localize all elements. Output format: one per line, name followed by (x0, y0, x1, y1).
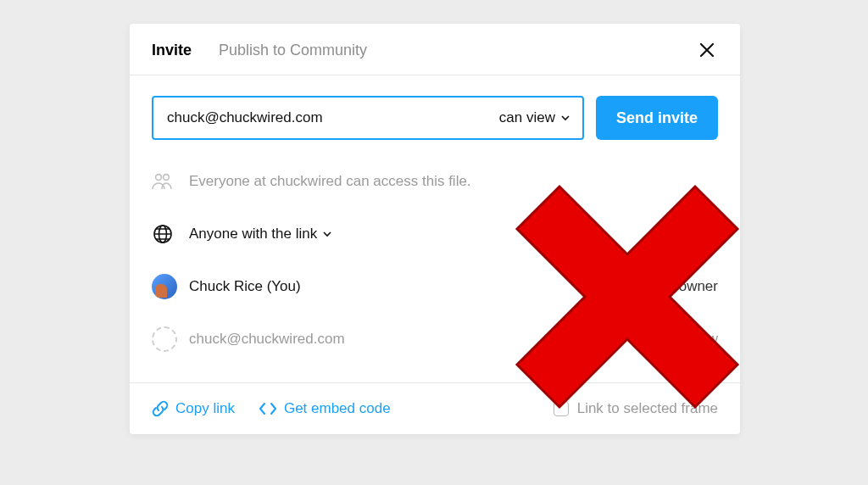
pending-avatar-icon (152, 326, 177, 352)
code-icon (259, 400, 277, 417)
link-to-frame-toggle[interactable]: Link to selected frame (554, 400, 718, 417)
tab-publish[interactable]: Publish to Community (219, 42, 367, 59)
invite-bar: can view Send invite (130, 75, 740, 155)
close-icon (698, 42, 715, 59)
avatar (152, 274, 177, 299)
pending-role[interactable]: can view (662, 331, 718, 348)
dialog-footer: Copy link Get embed code Link to selecte… (130, 382, 740, 434)
org-access-text: Everyone at chuckwired can access this f… (189, 173, 471, 190)
pending-email: chuck@chuckwired.com (189, 331, 345, 348)
svg-point-1 (164, 175, 170, 181)
tab-invite[interactable]: Invite (152, 42, 192, 59)
email-combo[interactable]: can view (152, 96, 584, 140)
link-scope-row: Anyone with the link can view (152, 208, 718, 260)
link-scope-select[interactable]: Anyone with the link (189, 226, 332, 242)
copy-link-label: Copy link (175, 400, 235, 417)
permission-select[interactable]: can view (499, 109, 570, 126)
copy-link-button[interactable]: Copy link (152, 400, 235, 417)
owner-role: owner (679, 278, 718, 295)
checkbox-icon (554, 401, 569, 416)
link-scope-label: Anyone with the link (189, 226, 317, 242)
globe-icon (152, 223, 174, 245)
share-list: Everyone at chuckwired can access this f… (130, 155, 740, 382)
owner-name: Chuck Rice (You) (189, 278, 301, 295)
svg-point-0 (156, 175, 162, 181)
chevron-down-icon (560, 113, 570, 123)
link-scope-permission[interactable]: can view (662, 226, 718, 242)
link-icon (152, 400, 169, 417)
tabs-row: Invite Publish to Community (130, 24, 740, 75)
embed-code-button[interactable]: Get embed code (259, 400, 391, 417)
permission-label: can view (499, 109, 555, 126)
chevron-down-icon (322, 229, 332, 239)
email-input[interactable] (167, 109, 499, 126)
send-invite-button[interactable]: Send invite (596, 96, 718, 140)
close-button[interactable] (696, 39, 718, 61)
share-dialog: Invite Publish to Community can view Sen… (130, 24, 740, 434)
link-to-frame-label: Link to selected frame (577, 400, 718, 417)
people-icon (152, 172, 174, 191)
owner-row: Chuck Rice (You) owner (152, 260, 718, 313)
org-access-row: Everyone at chuckwired can access this f… (152, 155, 718, 208)
embed-code-label: Get embed code (284, 400, 391, 417)
pending-row: chuck@chuckwired.com can view (152, 313, 718, 365)
